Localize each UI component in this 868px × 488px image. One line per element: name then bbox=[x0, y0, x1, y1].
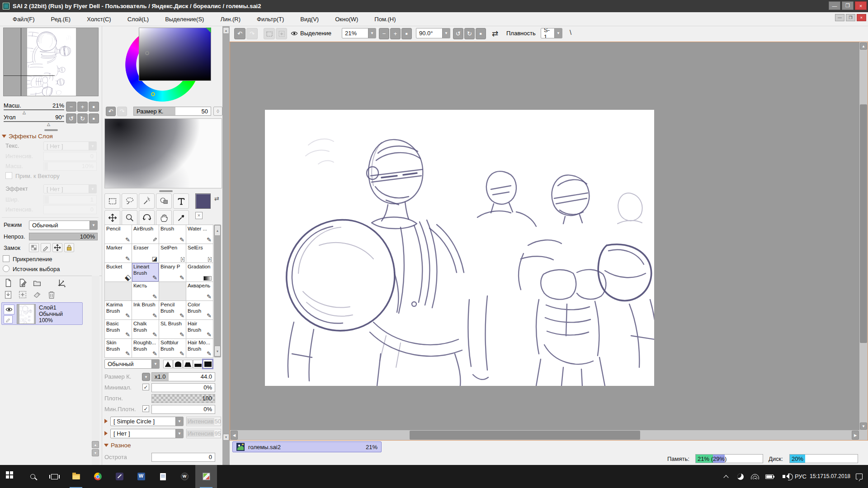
clock[interactable]: 15:17 15.07.2018 bbox=[810, 465, 850, 488]
layer-row-selected[interactable]: Слой1 Обычный 100% bbox=[1, 302, 83, 325]
vertical-scrollbar[interactable]: ▲ ▼ bbox=[859, 42, 868, 430]
scroll-down-icon[interactable]: ▼ bbox=[860, 422, 867, 430]
wattpad-icon[interactable] bbox=[174, 465, 195, 488]
blend-mode-dropdown[interactable]: Обычный▼ bbox=[29, 221, 98, 230]
brush-selpen[interactable]: SelPens bbox=[159, 244, 186, 263]
canvas-zoom-dropdown[interactable]: 21%▼ bbox=[342, 28, 376, 38]
brush-size-field[interactable]: Размер К. 50 bbox=[133, 107, 211, 116]
hidden-icons-chevron[interactable] bbox=[719, 465, 733, 488]
brush-binary-p[interactable]: Binary P✎ bbox=[159, 263, 186, 282]
scroll-down-icon[interactable]: ▼ bbox=[223, 434, 229, 441]
brush-selers[interactable]: SelErss bbox=[186, 244, 213, 263]
min-density-input[interactable]: 0% bbox=[151, 405, 215, 414]
hue-cursor[interactable] bbox=[151, 92, 155, 96]
menu-item[interactable]: Выделение(S) bbox=[157, 14, 212, 24]
brush-slot-empty[interactable] bbox=[105, 282, 132, 301]
brush-shape-dome[interactable] bbox=[183, 360, 193, 368]
hand-tool[interactable] bbox=[156, 210, 172, 225]
nav-zoom-slider[interactable]: Масш. 21% bbox=[4, 101, 64, 110]
minimize-button[interactable]: — bbox=[829, 1, 840, 10]
menu-item[interactable]: Окно(W) bbox=[327, 14, 366, 24]
paint-app-icon[interactable] bbox=[108, 465, 130, 488]
shape-tool[interactable] bbox=[156, 193, 172, 209]
lasso-tool[interactable] bbox=[122, 193, 137, 209]
min-size-checkbox[interactable]: ✓ bbox=[142, 384, 149, 390]
transform-button[interactable] bbox=[56, 278, 67, 288]
brush-sl-brush[interactable]: SL Brush✎ bbox=[159, 320, 186, 339]
canvas-angle-dropdown[interactable]: 90.0°▼ bbox=[416, 28, 450, 38]
deselect-button[interactable] bbox=[264, 28, 275, 39]
maximize-button[interactable]: ❐ bbox=[842, 1, 854, 10]
color-undo-button[interactable]: ↶ bbox=[106, 107, 116, 116]
brush-ink-brush[interactable]: Ink Brush✎ bbox=[132, 301, 159, 320]
eyedropper-tool[interactable] bbox=[173, 210, 189, 225]
nav-angle-reset-button[interactable]: ■ bbox=[89, 113, 99, 123]
brush-shape-round[interactable] bbox=[173, 360, 183, 368]
brush-brush[interactable]: Brush✎ bbox=[159, 225, 186, 244]
lock-all-button[interactable] bbox=[64, 243, 74, 252]
brush-basic-brush[interactable]: Basic Brush✎ bbox=[105, 320, 132, 339]
document-app-icon[interactable] bbox=[152, 465, 174, 488]
clipping-checkbox[interactable] bbox=[3, 255, 9, 262]
brush-акварель[interactable]: Акварель✎ bbox=[186, 282, 213, 301]
brush-shape-flat[interactable] bbox=[193, 360, 203, 368]
wifi-icon[interactable] bbox=[748, 465, 762, 488]
clear-layer-button[interactable] bbox=[32, 290, 42, 300]
nav-rotate-ccw-button[interactable]: ↺ bbox=[66, 113, 76, 123]
panel-divider-grip[interactable] bbox=[44, 129, 58, 131]
brush-grid-scrollbar[interactable]: ▲ ▼ bbox=[214, 225, 221, 357]
start-button[interactable] bbox=[0, 465, 22, 488]
merge-down-button[interactable] bbox=[3, 290, 14, 300]
horizontal-scroll-thumb[interactable] bbox=[410, 431, 640, 440]
min-size-input[interactable]: 0% bbox=[151, 383, 215, 392]
undo-button[interactable]: ↶ bbox=[234, 28, 245, 39]
brush-pencil[interactable]: Pencil✎ bbox=[105, 225, 132, 244]
lock-paint-button[interactable] bbox=[41, 243, 51, 252]
brush-blend-mode-dropdown[interactable]: Обычный▼ bbox=[104, 359, 160, 369]
invert-selection-button[interactable] bbox=[276, 28, 287, 39]
layers-scrollbar[interactable]: ▲ ▼ bbox=[92, 276, 99, 465]
brush-size-input[interactable]: x1.0 44.0 bbox=[151, 372, 215, 381]
new-folder-button[interactable] bbox=[32, 278, 42, 288]
brush-lineart-brush[interactable]: Lineart Brush✎ bbox=[132, 263, 159, 282]
file-explorer-icon[interactable] bbox=[65, 465, 87, 488]
navigator-preview[interactable] bbox=[3, 28, 99, 96]
layer-visibility-toggle[interactable] bbox=[4, 305, 14, 314]
lock-move-button[interactable] bbox=[52, 243, 62, 252]
rect-select-tool[interactable] bbox=[104, 193, 120, 209]
color-scratchpad[interactable] bbox=[104, 118, 222, 188]
opacity-slider[interactable]: 100% bbox=[29, 233, 98, 240]
brush-marker[interactable]: Marker✎ bbox=[105, 244, 132, 263]
angle-reset-button[interactable]: ■ bbox=[476, 28, 486, 39]
brush-bucket[interactable]: Bucket◧ bbox=[105, 263, 132, 282]
word-icon[interactable] bbox=[130, 465, 152, 488]
move-tool[interactable] bbox=[104, 210, 120, 225]
brush-gradation[interactable]: Gradation bbox=[186, 263, 213, 282]
scroll-right-icon[interactable]: ▶ bbox=[852, 431, 859, 440]
nav-zoom-reset-button[interactable]: ■ bbox=[89, 102, 99, 112]
sharpness-input[interactable]: 0 bbox=[151, 453, 215, 462]
drawing-canvas[interactable] bbox=[265, 110, 654, 386]
redo-button[interactable]: ↷ bbox=[246, 28, 258, 39]
brush-hair-mo-brush[interactable]: Hair Mo... Brush✎ bbox=[186, 339, 213, 358]
panel-scrollbar[interactable]: ▲ ▼ bbox=[222, 26, 230, 465]
selection-visibility-icon[interactable] bbox=[290, 29, 298, 41]
flip-horizontal-button[interactable]: ⇄ bbox=[492, 29, 498, 40]
doc-close-button[interactable]: × bbox=[857, 14, 866, 21]
size-unit-dropdown[interactable]: ▼ bbox=[142, 373, 150, 381]
language-indicator[interactable]: РУС bbox=[791, 465, 810, 488]
document-tab[interactable]: големы.sai2 21% bbox=[232, 441, 382, 452]
scroll-up-icon[interactable]: ▲ bbox=[214, 225, 221, 236]
brush-roughb-brush[interactable]: Roughb... Brush✎ bbox=[132, 339, 159, 358]
nav-rotate-cw-button[interactable]: ↻ bbox=[77, 113, 88, 123]
foreground-color-swatch[interactable] bbox=[195, 193, 211, 209]
menu-item[interactable]: Пом.(H) bbox=[366, 14, 404, 24]
nav-angle-marker[interactable]: △ bbox=[47, 122, 50, 127]
zoom-reset-button[interactable]: ■ bbox=[401, 28, 412, 39]
brush-texture-dropdown[interactable]: [ Simple Circle ]▼ bbox=[110, 417, 184, 426]
vertical-scroll-thumb[interactable] bbox=[860, 104, 867, 343]
volume-icon[interactable] bbox=[777, 465, 791, 488]
brush-pencil-brush[interactable]: Pencil Brush✎ bbox=[159, 301, 186, 320]
rotate-cw-button[interactable]: ↻ bbox=[464, 28, 475, 39]
menu-item[interactable]: Файл(F) bbox=[5, 14, 43, 24]
